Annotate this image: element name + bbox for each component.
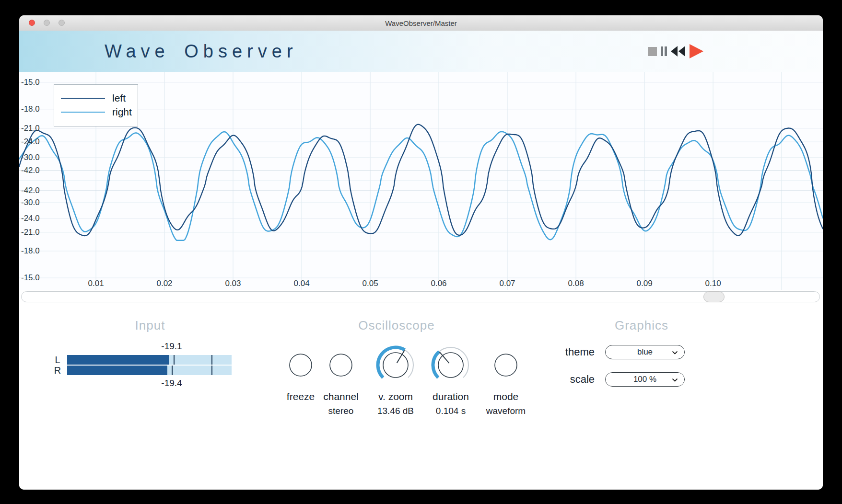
stop-icon[interactable] — [647, 43, 658, 60]
rewind-icon[interactable] — [670, 43, 686, 60]
desktop-background: WaveObserver/Master Wave Observer — [0, 0, 842, 504]
pause-icon[interactable] — [660, 43, 667, 60]
scope-canvas — [19, 72, 823, 290]
knob-value: 13.46 dB — [369, 406, 422, 416]
knob-label: mode — [479, 391, 532, 402]
zoom-button[interactable] — [58, 20, 65, 26]
window-controls — [29, 20, 65, 26]
scrollbar-thumb[interactable] — [703, 291, 725, 302]
meter-fill — [67, 355, 169, 365]
title-bar[interactable]: WaveObserver/Master — [19, 15, 823, 31]
meter-value-left: -19.1 — [143, 341, 200, 352]
app-title: Wave Observer — [105, 41, 298, 62]
knob-dial[interactable] — [315, 345, 367, 385]
level-meter-right — [67, 366, 232, 375]
meter-peak-tick — [211, 366, 212, 375]
legend-label: right — [112, 106, 132, 118]
meter-channel-label-l: L — [52, 355, 63, 366]
meter-peak-tick — [211, 355, 212, 365]
legend: left right — [54, 84, 138, 126]
knob-label: duration — [424, 391, 477, 402]
legend-swatch — [61, 112, 105, 113]
scale-select[interactable]: 100 % — [605, 372, 685, 387]
knob-duration[interactable]: duration0.104 s — [424, 345, 477, 416]
theme-label: theme — [518, 346, 595, 358]
close-button[interactable] — [29, 20, 35, 26]
scale-label: scale — [518, 373, 595, 386]
theme-value: blue — [637, 347, 653, 357]
window-title: WaveObserver/Master — [385, 19, 456, 27]
knob-channel[interactable]: channelstereo — [315, 345, 367, 416]
knob-value: waveform — [479, 406, 532, 416]
knob-value: stereo — [315, 406, 367, 416]
plugin-header: Wave Observer — [19, 31, 823, 72]
knob-label: v. zoom — [369, 391, 422, 402]
oscilloscope-plot: -15.0-18.0-21.0-24.0-30.0-42.0-42.0-30.0… — [19, 72, 823, 290]
knob-dial[interactable] — [424, 345, 477, 385]
section-title-oscilloscope: Oscilloscope — [325, 318, 468, 333]
legend-row: right — [61, 105, 138, 119]
meter-peak-tick — [172, 366, 173, 375]
minimize-button[interactable] — [44, 20, 50, 26]
play-icon[interactable] — [689, 43, 704, 60]
meter-peak-tick — [174, 355, 175, 365]
level-meter-left — [67, 355, 232, 365]
knob-v-zoom[interactable]: v. zoom13.46 dB — [369, 345, 422, 416]
knob-value: 0.104 s — [424, 406, 477, 416]
knob-label: channel — [315, 391, 367, 402]
plugin-window: WaveObserver/Master Wave Observer — [19, 15, 823, 490]
legend-swatch — [61, 98, 105, 99]
section-title-graphics: Graphics — [594, 318, 690, 333]
meter-fill — [67, 366, 167, 375]
legend-row: left — [61, 91, 138, 105]
chevron-down-icon — [672, 378, 678, 382]
scale-value: 100 % — [633, 375, 656, 384]
knob-dial[interactable] — [369, 345, 422, 385]
chevron-down-icon — [672, 351, 678, 355]
theme-select[interactable]: blue — [605, 345, 685, 359]
section-title-input: Input — [102, 318, 198, 333]
transport-controls — [647, 43, 704, 60]
legend-label: left — [112, 92, 126, 104]
scrollbar-track[interactable] — [21, 291, 820, 302]
meter-channel-label-r: R — [52, 365, 63, 376]
meter-value-right: -19.4 — [143, 378, 200, 389]
